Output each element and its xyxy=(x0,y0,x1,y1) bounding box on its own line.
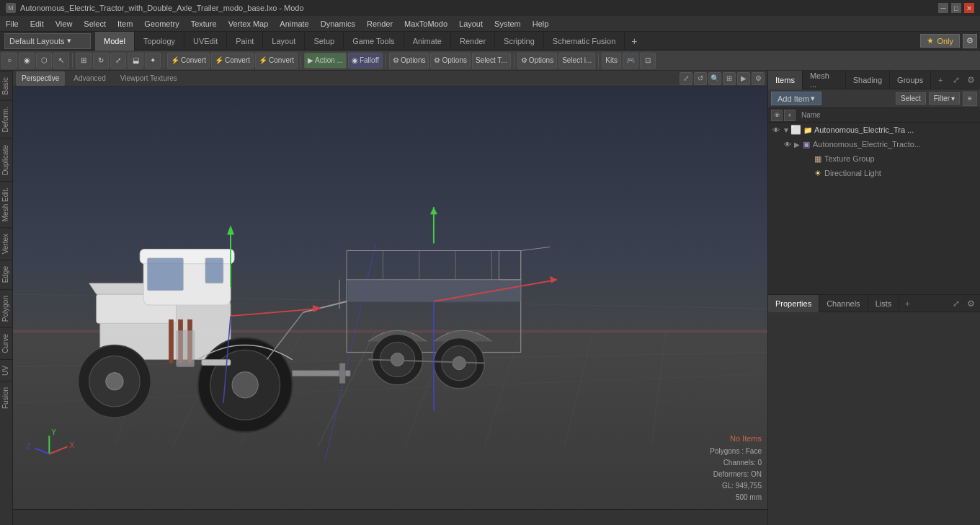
menu-geometry[interactable]: Geometry xyxy=(138,16,184,32)
side-tab-mesh-edit[interactable]: Mesh Edit. xyxy=(0,181,12,227)
menu-help[interactable]: Help xyxy=(527,16,555,32)
rpanel-expand-button[interactable]: ⤢ xyxy=(950,74,963,87)
viewport-maximize-button[interactable]: ⤢ xyxy=(680,72,692,85)
side-tab-duplicate[interactable]: Duplicate xyxy=(0,138,12,181)
props-tab-properties[interactable]: Properties xyxy=(768,295,819,312)
rotate-button[interactable]: ↻ xyxy=(93,53,109,69)
item-row-texture[interactable]: ▦ Texture Group xyxy=(768,151,980,166)
item-row-light[interactable]: ☀ Directional Light xyxy=(768,166,980,180)
snap-button[interactable]: ✦ xyxy=(145,53,161,69)
convert-3-button[interactable]: ⚡ Convert xyxy=(255,53,298,69)
filter-button[interactable]: Filter ▾ xyxy=(929,92,960,105)
convert-2-button[interactable]: ⚡ Convert xyxy=(211,53,254,69)
props-tab-add-button[interactable]: + xyxy=(899,295,915,312)
rpanel-tab-groups[interactable]: Groups xyxy=(890,71,931,89)
select-t-button[interactable]: Select T... xyxy=(472,53,511,69)
viewport-settings-button[interactable]: ⚙ xyxy=(752,72,765,85)
select-polys-button[interactable]: ⬡ xyxy=(36,53,52,69)
add-item-button[interactable]: Add Item ▾ xyxy=(771,92,821,105)
move-button[interactable]: ⊞ xyxy=(76,53,92,69)
viewport-tab-advanced[interactable]: Advanced xyxy=(68,71,111,86)
layout-tab-setup[interactable]: Setup xyxy=(305,32,344,50)
items-list[interactable]: 👁 ▼ ⬜ 📁 Autonomous_Electric_Tra ... 👁 ▶ … xyxy=(768,123,980,294)
menu-select[interactable]: Select xyxy=(78,16,112,32)
falloff-button[interactable]: ◉ Falloff xyxy=(348,53,383,69)
action-button[interactable]: ▶ Action ... xyxy=(304,53,347,69)
convert-1-button[interactable]: ⚡ Convert xyxy=(167,53,210,69)
menu-item[interactable]: Item xyxy=(112,16,138,32)
layout-tab-render[interactable]: Render xyxy=(451,32,495,50)
game-icon-2[interactable]: ⊡ xyxy=(640,53,656,69)
layout-tab-animate[interactable]: Animate xyxy=(404,32,451,50)
menu-view[interactable]: View xyxy=(50,16,79,32)
side-tab-polygon[interactable]: Polygon xyxy=(0,289,12,327)
options-3-button[interactable]: ⚙ Options xyxy=(517,53,557,69)
side-tab-basic[interactable]: Basic xyxy=(0,71,12,100)
item-eye-root[interactable]: 👁 xyxy=(771,125,781,135)
options-1-button[interactable]: ⚙ Options xyxy=(389,53,429,69)
viewport-tab-textures[interactable]: Viewport Textures xyxy=(115,71,183,86)
item-arrow-mesh[interactable]: ▶ xyxy=(794,141,800,149)
minimize-button[interactable]: ─ xyxy=(938,3,948,13)
rpanel-tab-items[interactable]: Items xyxy=(768,71,803,89)
rpanel-tab-mesh[interactable]: Mesh ... xyxy=(803,71,846,89)
menu-animate[interactable]: Animate xyxy=(274,16,314,32)
layout-tab-scripting[interactable]: Scripting xyxy=(495,32,544,50)
props-expand-button[interactable]: ⤢ xyxy=(950,297,963,310)
rpanel-settings-button[interactable]: ⚙ xyxy=(964,74,977,87)
layout-settings-button[interactable]: ⚙ xyxy=(963,34,977,48)
side-tab-edge[interactable]: Edge xyxy=(0,260,12,288)
props-tab-channels[interactable]: Channels xyxy=(819,295,868,312)
layout-tab-layout[interactable]: Layout xyxy=(263,32,305,50)
rpanel-tab-shading[interactable]: Shading xyxy=(846,71,890,89)
layout-add-button[interactable]: + xyxy=(625,32,643,50)
layout-tab-model[interactable]: Model xyxy=(95,32,135,50)
select-verts-button[interactable]: ○ xyxy=(1,53,17,69)
menu-file[interactable]: File xyxy=(0,16,24,32)
transform-button[interactable]: ⬓ xyxy=(128,53,143,69)
select-i-button[interactable]: Select i... xyxy=(558,53,595,69)
menu-maxtomode[interactable]: MaxToModo xyxy=(398,16,453,32)
layout-tab-uvedit[interactable]: UVEdit xyxy=(184,32,227,50)
scale-button[interactable]: ⤢ xyxy=(110,53,126,69)
layout-tab-paint[interactable]: Paint xyxy=(227,32,263,50)
viewport-grid-button[interactable]: ⊞ xyxy=(723,72,736,85)
menu-system[interactable]: System xyxy=(489,16,527,32)
select-items-button[interactable]: ↖ xyxy=(53,53,69,69)
layout-tab-schematic-fusion[interactable]: Schematic Fusion xyxy=(544,32,625,50)
viewport-tab-perspective[interactable]: Perspective xyxy=(16,71,65,86)
side-tab-uv[interactable]: UV xyxy=(0,359,12,381)
items-expand-header[interactable]: + xyxy=(784,110,796,121)
viewport-play-button[interactable]: ▶ xyxy=(737,72,750,85)
props-tab-lists[interactable]: Lists xyxy=(868,295,900,312)
item-row-root[interactable]: 👁 ▼ ⬜ 📁 Autonomous_Electric_Tra ... xyxy=(768,123,980,137)
menu-render[interactable]: Render xyxy=(361,16,398,32)
viewport-reset-button[interactable]: ↺ xyxy=(694,72,707,85)
window-controls[interactable]: ─ □ ✕ xyxy=(938,3,974,13)
item-row-mesh[interactable]: 👁 ▶ ▣ Autonomous_Electric_Tracto... xyxy=(768,137,980,151)
items-visibility-header[interactable]: 👁 xyxy=(771,110,783,121)
side-tab-curve[interactable]: Curve xyxy=(0,327,12,359)
menu-edit[interactable]: Edit xyxy=(24,16,50,32)
viewport-canvas[interactable]: X Y Z No Items Polygons : Face Channels:… xyxy=(13,87,767,509)
layout-dropdown[interactable]: Default Layouts ▾ xyxy=(4,33,91,49)
layout-tab-game-tools[interactable]: Game Tools xyxy=(344,32,404,50)
side-tab-fusion[interactable]: Fusion xyxy=(0,381,12,415)
side-tab-vertex[interactable]: Vertex xyxy=(0,227,12,260)
menu-texture[interactable]: Texture xyxy=(185,16,223,32)
side-tab-deform[interactable]: Deform. xyxy=(0,100,12,138)
props-settings-button[interactable]: ⚙ xyxy=(964,297,977,310)
select-button[interactable]: Select xyxy=(896,92,926,105)
rpanel-tab-add-button[interactable]: + xyxy=(931,76,950,84)
close-button[interactable]: ✕ xyxy=(964,3,974,13)
menu-dynamics[interactable]: Dynamics xyxy=(315,16,361,32)
item-arrow-root[interactable]: ▼ xyxy=(783,126,790,134)
select-edges-button[interactable]: ◉ xyxy=(19,53,35,69)
menu-vertex-map[interactable]: Vertex Map xyxy=(223,16,275,32)
menu-layout[interactable]: Layout xyxy=(453,16,489,32)
game-controller-button[interactable]: 🎮 xyxy=(623,53,638,69)
only-button[interactable]: ★ Only xyxy=(920,34,960,48)
items-more-button[interactable]: ≡ xyxy=(963,92,977,106)
kits-button[interactable]: Kits xyxy=(602,53,621,69)
options-2-button[interactable]: ⚙ Options xyxy=(430,53,470,69)
